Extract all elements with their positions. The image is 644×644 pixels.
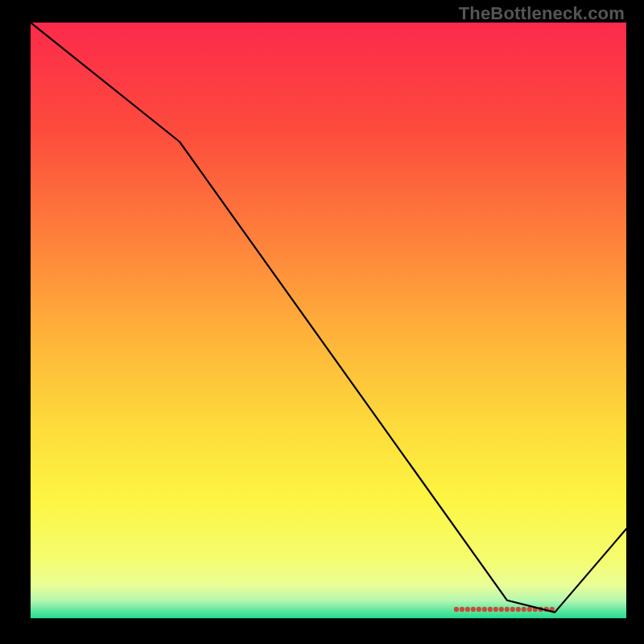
- marker-dot: [516, 607, 521, 612]
- watermark-text: TheBottleneck.com: [459, 3, 625, 24]
- marker-dot: [460, 607, 464, 612]
- marker-dot: [454, 607, 459, 612]
- chart-svg: [31, 23, 626, 618]
- marker-dot: [522, 607, 526, 612]
- marker-dot: [465, 607, 470, 612]
- marker-dot: [488, 607, 493, 612]
- gradient-background: [31, 23, 626, 618]
- marker-dot: [493, 607, 498, 612]
- marker-dot: [471, 607, 476, 612]
- marker-dot: [499, 607, 504, 612]
- marker-dot: [477, 607, 481, 612]
- chart-stage: TheBottleneck.com: [0, 0, 644, 644]
- marker-dot: [482, 607, 487, 612]
- plot-area: [31, 23, 626, 618]
- marker-dot: [527, 607, 532, 612]
- marker-dot: [510, 607, 515, 612]
- marker-dot: [505, 607, 510, 612]
